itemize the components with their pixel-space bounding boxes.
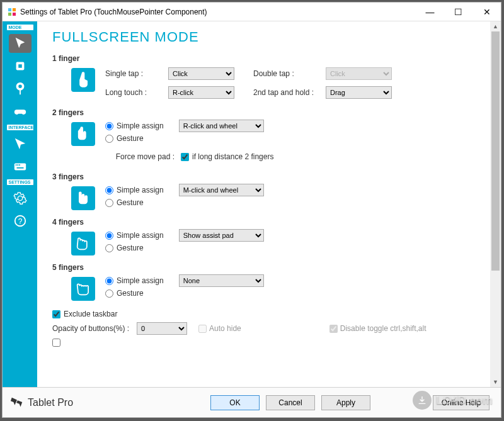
sidebar-mode-square[interactable]: [9, 57, 32, 76]
disable-toggle-checkbox: [329, 325, 338, 333]
svg-rect-5: [18, 64, 22, 68]
three-finger-icon: [71, 186, 95, 210]
f4-assign-combo[interactable]: Show assist pad: [179, 229, 264, 242]
svg-rect-1: [13, 8, 16, 11]
force-move-label: Force move pad :: [105, 152, 181, 161]
auto-hide-checkbox: [198, 325, 207, 333]
sidebar-mode-cursor[interactable]: [9, 34, 32, 53]
content-pane: FULLSCREEN MODE 1 finger Single tap : Cl…: [37, 21, 490, 387]
long-touch-label: Long touch :: [105, 88, 168, 97]
f3-gesture-radio[interactable]: [105, 199, 113, 207]
f4-gesture-radio[interactable]: [105, 244, 113, 252]
section-4-fingers: 4 fingers: [52, 218, 475, 227]
long-touch-combo[interactable]: R-click: [168, 86, 234, 99]
force-move-checkbox[interactable]: [181, 153, 189, 161]
vertical-scrollbar[interactable]: ▲ ▼: [490, 21, 501, 387]
f2-gesture-radio[interactable]: [105, 135, 113, 143]
double-tap-combo: Click: [326, 67, 392, 80]
f5-assign-combo[interactable]: None: [179, 274, 264, 287]
f3-assign-combo[interactable]: M-click and wheel: [179, 184, 264, 196]
f4-simple-assign-radio[interactable]: [105, 232, 113, 240]
section-1-finger: 1 finger: [52, 54, 475, 63]
single-tap-combo[interactable]: Click: [168, 67, 234, 80]
sidebar-section-settings: SETTINGS: [6, 179, 34, 186]
minimize-button[interactable]: —: [416, 3, 444, 21]
brand-logo: Tablet Pro: [10, 396, 73, 410]
five-finger-icon: [71, 277, 95, 301]
scroll-up-icon[interactable]: ▲: [490, 21, 501, 31]
scrollbar-thumb[interactable]: [491, 31, 500, 271]
f2-simple-assign-radio[interactable]: [105, 122, 113, 130]
svg-text:?: ?: [18, 217, 22, 226]
page-title: FULLSCREEN MODE: [52, 29, 475, 45]
title-bar: Settings of Tablet Pro (TouchMousePointe…: [3, 3, 501, 21]
online-help-button[interactable]: Online Help: [433, 395, 490, 410]
sidebar-section-mode: MODE: [6, 24, 34, 31]
section-2-fingers: 2 fingers: [52, 108, 475, 117]
section-5-fingers: 5 fingers: [52, 263, 475, 272]
window-title: Settings of Tablet Pro (TouchMousePointe…: [20, 8, 416, 16]
scroll-down-icon[interactable]: ▼: [490, 377, 501, 387]
exclude-taskbar-checkbox[interactable]: [52, 310, 60, 318]
download-icon: [413, 391, 432, 410]
sidebar-mode-gesture[interactable]: [9, 79, 32, 98]
f2-assign-combo[interactable]: R-click and wheel: [179, 120, 264, 132]
second-tap-hold-combo[interactable]: Drag: [326, 86, 392, 99]
one-finger-icon: [71, 68, 95, 92]
sidebar: MODE INTERFACE SETTINGS: [3, 21, 37, 387]
svg-rect-6: [14, 163, 25, 170]
opacity-combo[interactable]: 0: [137, 322, 187, 335]
sidebar-interface-pointer[interactable]: [9, 134, 32, 153]
cancel-button[interactable]: Cancel: [266, 395, 315, 410]
f3-simple-assign-radio[interactable]: [105, 186, 113, 194]
four-finger-icon: [71, 232, 95, 255]
ok-button[interactable]: OK: [210, 395, 260, 410]
svg-rect-9: [19, 164, 20, 166]
f5-simple-assign-radio[interactable]: [105, 277, 113, 285]
sidebar-settings-gear[interactable]: [9, 189, 32, 208]
sidebar-section-interface: INTERFACE: [6, 124, 34, 131]
opacity-label: Opacity of buttons(%) :: [52, 324, 129, 333]
two-finger-icon: [71, 122, 95, 146]
svg-rect-10: [16, 167, 23, 169]
section-3-fingers: 3 fingers: [52, 172, 475, 181]
svg-rect-7: [15, 164, 16, 166]
app-icon: [8, 8, 16, 16]
svg-rect-3: [13, 13, 16, 16]
sidebar-settings-help[interactable]: ?: [9, 211, 32, 230]
extra-checkbox[interactable]: [52, 339, 60, 347]
maximize-button[interactable]: ☐: [444, 3, 472, 21]
single-tap-label: Single tap :: [105, 69, 168, 78]
close-button[interactable]: ✕: [472, 3, 501, 21]
svg-rect-8: [17, 164, 18, 166]
sidebar-mode-gamepad[interactable]: [9, 102, 32, 121]
double-tap-label: Double tap :: [253, 69, 326, 78]
svg-rect-0: [8, 8, 11, 11]
f5-gesture-radio[interactable]: [105, 289, 113, 298]
sidebar-interface-keyboard[interactable]: [9, 157, 32, 176]
svg-rect-2: [8, 13, 11, 16]
apply-button[interactable]: Apply: [321, 395, 370, 410]
second-tap-hold-label: 2nd tap and hold :: [253, 88, 326, 97]
